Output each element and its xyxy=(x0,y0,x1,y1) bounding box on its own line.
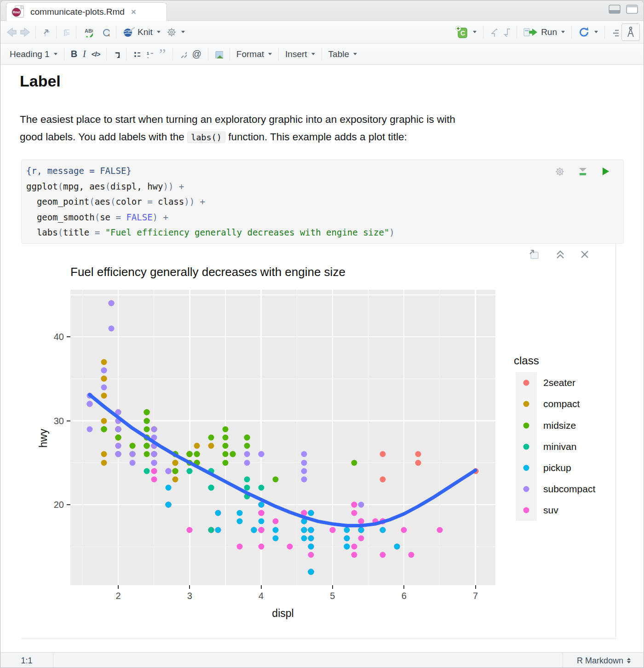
insert-chunk-button[interactable]: C xyxy=(452,24,479,40)
forward-icon[interactable] xyxy=(20,27,32,38)
heading-style-select[interactable]: Heading 1 xyxy=(7,47,60,61)
run-dropdown-caret-icon xyxy=(561,31,565,33)
code-token: + xyxy=(163,212,168,222)
insert-chunk-icon: C xyxy=(455,26,469,39)
document-outline-icon[interactable] xyxy=(609,26,621,38)
code-token: = xyxy=(116,212,121,222)
spellcheck-icon[interactable]: ABC xyxy=(80,25,96,39)
blockquote-button[interactable]: ” xyxy=(156,48,168,61)
legend-key-suv xyxy=(523,507,529,513)
legend-key-minivan xyxy=(523,443,529,449)
heading-caret-icon xyxy=(54,53,58,55)
run-next-chunk-arrow-icon[interactable] xyxy=(500,26,513,39)
numbered-list-icon[interactable]: 1 2 xyxy=(143,49,156,60)
run-button[interactable]: Run xyxy=(521,25,568,40)
x-tick-mark xyxy=(475,585,476,589)
heading-style-label: Heading 1 xyxy=(10,49,50,59)
chunk-settings-button[interactable] xyxy=(163,25,188,40)
document-paragraph: The easiest place to start when turning … xyxy=(20,111,618,146)
compass-icon xyxy=(625,26,637,38)
save-icon[interactable] xyxy=(60,27,72,38)
clear-formatting-icon[interactable] xyxy=(110,49,122,60)
document-type-selector[interactable]: R Markdown xyxy=(563,653,644,668)
legend-label-compact: compact xyxy=(543,398,580,409)
at-icon: @ xyxy=(192,49,201,59)
plot-marks-layer xyxy=(70,290,495,585)
format-menu-label: Format xyxy=(236,49,264,59)
run-chunk-play-icon[interactable] xyxy=(600,166,610,177)
chunk-code[interactable]: {r, message = FALSE} ggplot(mpg, aes(dis… xyxy=(26,163,623,241)
y-axis-label: hwy xyxy=(37,429,50,448)
legend-label-pickup: pickup xyxy=(543,462,571,473)
table-menu[interactable]: Table xyxy=(326,47,360,61)
code-token xyxy=(121,212,126,222)
y-tick-mark xyxy=(67,336,70,337)
popout-window-icon[interactable] xyxy=(40,26,52,38)
format-caret-icon xyxy=(268,53,272,55)
knit-dropdown-caret-icon xyxy=(157,31,161,33)
close-output-icon[interactable] xyxy=(580,249,590,259)
svg-text:C: C xyxy=(460,29,465,37)
code-chunk[interactable]: {r, message = FALSE} ggplot(mpg, aes(dis… xyxy=(21,159,624,244)
knit-button[interactable]: Knit xyxy=(120,25,163,40)
output-popout-icon[interactable] xyxy=(528,248,541,260)
rerun-icon xyxy=(578,26,590,38)
code-token: aes xyxy=(89,181,105,191)
table-caret-icon xyxy=(353,53,357,55)
gear-icon xyxy=(166,27,177,38)
italic-button[interactable]: I xyxy=(80,47,89,61)
y-tick-label: 30 xyxy=(36,415,64,426)
x-tick-label: 4 xyxy=(259,591,264,601)
code-token: ( xyxy=(105,181,110,191)
visual-editor-toggle-button[interactable] xyxy=(621,23,640,41)
code-token: mpg, xyxy=(63,181,89,191)
link-icon[interactable] xyxy=(177,49,190,60)
legend-key-2seater xyxy=(523,380,529,386)
code-token: color xyxy=(116,196,148,207)
cursor-position[interactable]: 1:1 xyxy=(0,653,53,668)
citation-button[interactable]: @ xyxy=(190,47,204,61)
bullet-list-icon[interactable] xyxy=(130,49,143,60)
x-axis-label: displ xyxy=(272,607,293,620)
chunk-options-gear-icon[interactable] xyxy=(554,166,565,177)
rerun-dropdown-caret-icon xyxy=(594,31,598,33)
y-tick-label: 40 xyxy=(36,332,64,342)
table-menu-label: Table xyxy=(328,49,349,59)
code-token: class xyxy=(153,196,184,207)
status-bar: 1:1 R Markdown xyxy=(0,652,644,668)
bold-button[interactable]: B xyxy=(68,47,80,61)
rerun-button[interactable] xyxy=(575,24,601,40)
run-chunks-above-arrow-icon[interactable] xyxy=(487,26,500,39)
paragraph-line1: The easiest place to start when turning … xyxy=(20,114,455,125)
legend-key-compact xyxy=(523,401,529,407)
insert-menu[interactable]: Insert xyxy=(282,47,318,61)
y-tick-mark xyxy=(67,420,70,421)
code-token: title xyxy=(63,227,95,237)
code-token xyxy=(173,181,178,191)
legend-key-midsize xyxy=(523,422,529,428)
legend-key-subcompact xyxy=(523,486,529,492)
code-token xyxy=(158,212,163,222)
code-format-button[interactable]: </> xyxy=(89,48,103,60)
paragraph-line2-pre: good labels. You add labels with the xyxy=(20,131,187,143)
format-menu[interactable]: Format xyxy=(234,47,275,61)
run-label: Run xyxy=(541,27,557,37)
document-type-label: R Markdown xyxy=(577,656,623,666)
rmd-file-icon: Rmd xyxy=(12,5,24,19)
run-chunks-above-icon[interactable] xyxy=(577,166,588,177)
image-icon[interactable] xyxy=(212,48,226,60)
maximize-pane-icon[interactable] xyxy=(626,5,638,14)
back-icon[interactable] xyxy=(5,27,17,38)
code-token xyxy=(100,227,105,237)
tab-communicate-plots[interactable]: Rmd communicate-plots.Rmd × xyxy=(6,2,167,21)
search-icon[interactable] xyxy=(98,26,112,39)
x-tick-mark xyxy=(118,585,119,589)
minimize-pane-icon[interactable] xyxy=(609,5,621,14)
tab-close-icon[interactable]: × xyxy=(131,7,136,17)
collapse-output-chevrons-icon[interactable] xyxy=(555,249,566,260)
code-token: geom_smooth xyxy=(26,212,95,222)
code-token: = xyxy=(95,227,100,237)
tab-bar: Rmd communicate-plots.Rmd × xyxy=(0,0,644,21)
legend-label-subcompact: subcompact xyxy=(543,484,595,495)
plot-output: Fuel efficiency generally decreases with… xyxy=(21,244,616,639)
